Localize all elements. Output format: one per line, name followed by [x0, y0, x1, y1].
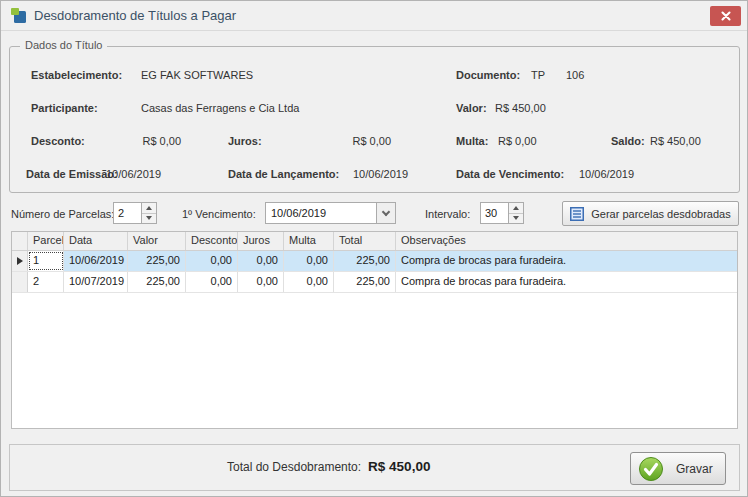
numero-parcelas-label: Número de Parcelas: [11, 208, 114, 220]
primeiro-vencimento-label: 1º Vencimento: [182, 208, 256, 220]
numero-parcelas-stepper[interactable]: 2 [113, 202, 157, 224]
total-desdobramento: Total do Desdobramento:R$ 450,00 [227, 459, 430, 474]
table-row[interactable]: 110/06/2019225,000,000,000,00225,00Compr… [12, 251, 737, 272]
arrow-down-icon [513, 216, 519, 220]
row-selector-cell[interactable] [12, 251, 28, 271]
gravar-label: Gravar [676, 462, 713, 476]
cell-observacoes[interactable]: Compra de brocas para furadeira. [396, 272, 737, 292]
primeiro-vencimento-value: 10/06/2019 [271, 207, 326, 219]
cell-desconto[interactable]: 0,00 [186, 251, 238, 271]
valor-label: Valor: [456, 102, 487, 114]
cell-multa[interactable]: 0,00 [284, 251, 334, 271]
documento-numero-value: 106 [566, 69, 584, 81]
desconto-label: Desconto: [31, 135, 85, 147]
spin-down-button[interactable] [142, 214, 156, 224]
window-title: Desdobramento de Títulos a Pagar [34, 8, 236, 23]
spin-down-button[interactable] [509, 214, 523, 224]
spin-up-button[interactable] [142, 203, 156, 214]
data-emissao-value: 10/06/2019 [106, 168, 161, 180]
desconto-value: R$ 0,00 [111, 135, 181, 147]
multa-label: Multa: [456, 135, 488, 147]
intervalo-value: 30 [485, 207, 497, 219]
arrow-up-icon [146, 206, 152, 210]
participante-label: Participante: [31, 102, 98, 114]
primeiro-vencimento-combobox[interactable]: 10/06/2019 [265, 202, 396, 224]
cell-parcela[interactable]: 2 [28, 272, 64, 292]
cell-total[interactable]: 225,00 [334, 251, 396, 271]
estabelecimento-value: EG FAK SOFTWARES [141, 69, 253, 81]
cell-multa[interactable]: 0,00 [284, 272, 334, 292]
data-emissao-label: Data de Emissão: [26, 168, 118, 180]
spin-up-button[interactable] [509, 203, 523, 214]
current-row-arrow-icon [17, 257, 23, 265]
header-selector-cell [12, 232, 28, 250]
parcelas-grid: ParcelaDataValorDescontoJurosMultaTotalO… [11, 231, 738, 429]
participante-value: Casas das Ferragens e Cia Ltda [141, 102, 299, 114]
cell-juros[interactable]: 0,00 [238, 272, 284, 292]
cell-juros[interactable]: 0,00 [238, 251, 284, 271]
cell-observacoes[interactable]: Compra de brocas para furadeira. [396, 251, 737, 271]
grid-header-row: ParcelaDataValorDescontoJurosMultaTotalO… [12, 232, 737, 251]
table-row[interactable]: 210/07/2019225,000,000,000,00225,00Compr… [12, 272, 737, 293]
cell-valor[interactable]: 225,00 [128, 251, 186, 271]
arrow-down-icon [146, 216, 152, 220]
close-button[interactable] [710, 6, 741, 26]
table-body: 110/06/2019225,000,000,000,00225,00Compr… [12, 251, 737, 293]
combobox-dropdown-button[interactable] [376, 203, 395, 223]
column-header-3[interactable]: Valor [128, 232, 186, 250]
total-label: Total do Desdobramento: [227, 460, 361, 474]
intervalo-stepper[interactable]: 30 [480, 202, 524, 224]
data-vencimento-label: Data de Vencimento: [456, 168, 564, 180]
cell-valor[interactable]: 225,00 [128, 272, 186, 292]
data-vencimento-value: 10/06/2019 [579, 168, 634, 180]
column-header-6[interactable]: Multa [284, 232, 334, 250]
data-lancamento-value: 10/06/2019 [353, 168, 408, 180]
saldo-value: R$ 450,00 [650, 135, 701, 147]
column-header-5[interactable]: Juros [238, 232, 284, 250]
juros-value: R$ 0,00 [321, 135, 391, 147]
documento-label: Documento: [456, 69, 520, 81]
multa-value: R$ 0,00 [498, 135, 537, 147]
chevron-down-icon [382, 207, 390, 215]
arrow-up-icon [513, 206, 519, 210]
cell-total[interactable]: 225,00 [334, 272, 396, 292]
close-icon [720, 10, 732, 22]
cell-data[interactable]: 10/06/2019 [64, 251, 128, 271]
saldo-label: Saldo: [611, 135, 645, 147]
intervalo-label: Intervalo: [425, 208, 470, 220]
gerar-parcelas-label: Gerar parcelas desdobradas [591, 208, 730, 220]
column-header-7[interactable]: Total [334, 232, 396, 250]
documento-tipo-value: TP [531, 69, 545, 81]
dialog-window: Desdobramento de Títulos a Pagar Dados d… [0, 0, 748, 497]
column-header-4[interactable]: Desconto [186, 232, 238, 250]
list-icon [570, 207, 584, 221]
row-selector-cell[interactable] [12, 272, 28, 292]
groupbox-legend: Dados do Título [20, 39, 107, 51]
estabelecimento-label: Estabelecimento: [31, 69, 122, 81]
gravar-button[interactable]: Gravar [630, 452, 726, 485]
check-icon [638, 456, 664, 482]
cell-data[interactable]: 10/07/2019 [64, 272, 128, 292]
total-value: R$ 450,00 [368, 459, 430, 474]
numero-parcelas-value: 2 [118, 207, 124, 219]
gerar-parcelas-button[interactable]: Gerar parcelas desdobradas [562, 201, 739, 226]
data-lancamento-label: Data de Lançamento: [228, 168, 339, 180]
groupbox-dados-do-titulo: Dados do Título Estabelecimento: EG FAK … [9, 46, 740, 193]
column-header-1[interactable]: Parcela [28, 232, 64, 250]
footer-panel: Total do Desdobramento:R$ 450,00 Gravar [9, 444, 740, 491]
cell-parcela[interactable]: 1 [28, 251, 64, 271]
column-header-2[interactable]: Data [64, 232, 128, 250]
cell-desconto[interactable]: 0,00 [186, 272, 238, 292]
valor-value: R$ 450,00 [495, 102, 546, 114]
column-header-8[interactable]: Observações [396, 232, 737, 250]
juros-label: Juros: [228, 135, 262, 147]
app-icon [11, 8, 27, 24]
title-bar: Desdobramento de Títulos a Pagar [1, 1, 747, 31]
